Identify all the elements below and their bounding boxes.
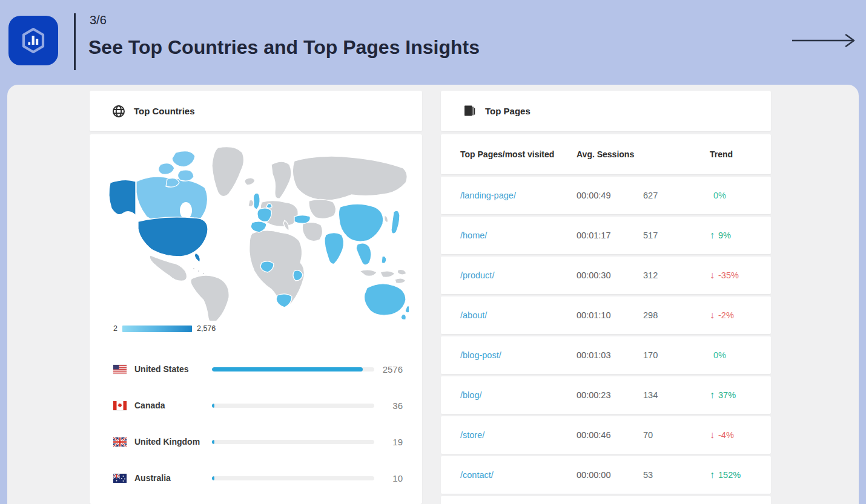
country-bar-fill bbox=[212, 476, 214, 480]
trend-value: 0% bbox=[710, 350, 752, 360]
sessions-count: 70 bbox=[643, 430, 710, 440]
content-container: Top Countries bbox=[7, 85, 859, 504]
page-header: 3/6 See Top Countries and Top Pages Insi… bbox=[0, 0, 866, 85]
canada-flag-icon bbox=[113, 401, 127, 410]
map-indonesia bbox=[360, 270, 377, 276]
country-row: United States 2576 bbox=[90, 351, 422, 387]
trend-value: ↑152% bbox=[710, 470, 752, 480]
trend-value: ↑9% bbox=[710, 231, 752, 240]
map-russia bbox=[293, 156, 407, 200]
map-iceland bbox=[245, 178, 255, 185]
header-divider bbox=[74, 13, 76, 70]
step-counter: 3/6 bbox=[90, 13, 107, 27]
page-row: /blog-post/ 00:01:03 170 0% bbox=[441, 336, 771, 374]
page-link[interactable]: /blog-post/ bbox=[460, 350, 577, 360]
map-us bbox=[138, 217, 208, 257]
top-countries-card: Top Countries bbox=[90, 91, 422, 504]
trend-value: ↑37% bbox=[710, 390, 752, 400]
map-greenland bbox=[212, 147, 244, 197]
trend-value: ↓-4% bbox=[710, 430, 752, 440]
map-ireland bbox=[248, 200, 254, 206]
australia-flag-icon bbox=[113, 474, 127, 483]
map-turkey bbox=[294, 215, 310, 224]
map-australia bbox=[364, 284, 406, 315]
sessions-count: 53 bbox=[643, 470, 710, 480]
page-link[interactable]: /blog/ bbox=[460, 390, 577, 400]
page-row: /home/ 00:01:17 517 ↑9% bbox=[441, 217, 771, 254]
country-bar-track bbox=[212, 476, 374, 480]
page-row: /landing-page/ 00:00:49 627 0% bbox=[441, 177, 771, 214]
page-link[interactable]: /contact/ bbox=[460, 470, 577, 480]
avg-session-value: 00:00:23 bbox=[577, 390, 643, 400]
legend-max: 2,576 bbox=[197, 324, 216, 333]
page-row: /blog/ 00:00:23 134 ↑37% bbox=[441, 376, 771, 414]
map-scandinavia bbox=[271, 162, 291, 198]
country-bar-track bbox=[212, 440, 374, 444]
world-map bbox=[103, 144, 409, 321]
country-bar-fill bbox=[212, 440, 214, 444]
map-korea bbox=[385, 215, 388, 223]
legend-min: 2 bbox=[113, 324, 117, 333]
sessions-count: 312 bbox=[643, 270, 710, 280]
map-india bbox=[325, 233, 344, 264]
map-legend: 2 2,576 bbox=[90, 324, 422, 333]
sessions-count: 298 bbox=[643, 310, 710, 320]
top-pages-card: Top Pages Top Pages/most visited Avg. Se… bbox=[441, 91, 771, 504]
map-uk bbox=[253, 193, 260, 209]
page-link[interactable]: /about/ bbox=[460, 310, 577, 320]
map-south-america bbox=[191, 275, 229, 321]
country-name: United States bbox=[134, 364, 212, 374]
country-value: 2576 bbox=[383, 364, 403, 375]
column-header-trend: Trend bbox=[710, 149, 752, 159]
country-bar-fill bbox=[212, 367, 363, 371]
country-value: 19 bbox=[392, 437, 403, 447]
map-japan bbox=[391, 211, 400, 234]
page-link[interactable]: /product/ bbox=[460, 270, 577, 280]
avg-session-value: 00:00:46 bbox=[577, 430, 643, 440]
trend-arrow-icon: ↓ bbox=[710, 270, 715, 280]
avg-session-value: 00:01:17 bbox=[577, 231, 643, 240]
trend-arrow-icon: ↑ bbox=[710, 231, 715, 240]
map-indochina bbox=[356, 243, 371, 265]
map-alaska bbox=[109, 180, 136, 215]
map-benelux bbox=[266, 204, 272, 208]
trend-value: ↓-35% bbox=[710, 270, 752, 280]
trend-arrow-icon: ↓ bbox=[710, 310, 715, 320]
map-south-africa bbox=[276, 294, 292, 307]
column-header-sessions: Avg. Sessions bbox=[577, 149, 643, 159]
country-name: United Kingdom bbox=[134, 437, 212, 447]
map-new-zealand bbox=[405, 306, 409, 313]
country-row: Australia 10 bbox=[90, 460, 422, 496]
uk-flag-icon bbox=[113, 437, 127, 447]
map-china bbox=[339, 204, 383, 241]
page-link[interactable]: /landing-page/ bbox=[460, 191, 577, 200]
page-title: See Top Countries and Top Pages Insights bbox=[88, 36, 480, 59]
country-row: Canada 36 bbox=[90, 387, 422, 424]
page-row: /contact/ 00:00:00 53 ↑152% bbox=[441, 456, 771, 494]
page-row-partial bbox=[441, 496, 771, 504]
map-mexico bbox=[150, 255, 187, 281]
legend-gradient-bar bbox=[122, 326, 192, 332]
avg-session-value: 00:01:10 bbox=[577, 310, 643, 320]
trend-value: ↓-2% bbox=[710, 310, 752, 320]
trend-arrow-icon: ↑ bbox=[710, 470, 715, 480]
page-link[interactable]: /home/ bbox=[460, 231, 577, 240]
top-pages-header: Top Pages bbox=[441, 91, 771, 131]
trend-arrow-icon: ↑ bbox=[710, 390, 715, 400]
us-flag-icon bbox=[113, 365, 127, 374]
country-name: Canada bbox=[134, 401, 212, 410]
sessions-count: 134 bbox=[643, 390, 710, 400]
map-papua bbox=[395, 278, 406, 284]
map-philippines bbox=[382, 256, 386, 263]
next-arrow-button[interactable] bbox=[791, 33, 858, 51]
map-middle-east bbox=[302, 222, 322, 241]
map-africa bbox=[250, 231, 305, 306]
top-countries-header: Top Countries bbox=[90, 91, 422, 131]
country-row: United Kingdom 19 bbox=[90, 424, 422, 460]
country-value: 10 bbox=[392, 473, 403, 483]
sessions-count: 627 bbox=[643, 191, 710, 200]
top-countries-body: 2 2,576 United States 2576 bbox=[90, 134, 422, 504]
page-link[interactable]: /store/ bbox=[460, 430, 577, 440]
pages-icon bbox=[463, 104, 477, 119]
country-list: United States 2576 Canada 36 bbox=[90, 351, 422, 496]
